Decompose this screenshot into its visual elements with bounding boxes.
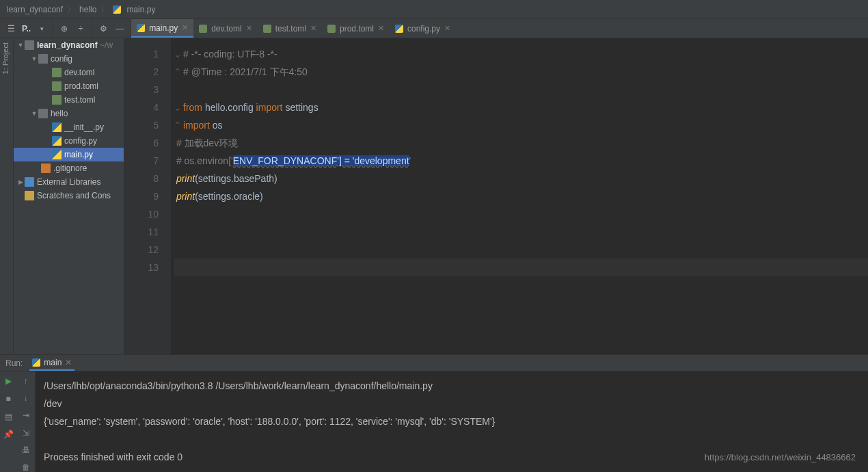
- main-area: 1: Project ▼learn_dynaconf ~/w ▼config d…: [0, 38, 868, 354]
- run-label: Run:: [5, 358, 23, 368]
- code-body[interactable]: ⌄# -*- coding: UTF-8 -*- ⌃# @Time : 2021…: [171, 38, 868, 354]
- tab-test-toml[interactable]: test.toml ✕: [258, 19, 322, 38]
- toml-file-icon: [263, 25, 271, 33]
- breadcrumb-mid[interactable]: hello: [79, 0, 96, 19]
- python-file-icon: [137, 24, 145, 32]
- breadcrumb-file[interactable]: main.py: [126, 0, 155, 19]
- tab-label: dev.toml: [211, 24, 241, 34]
- tree-folder-hello[interactable]: ▼hello: [14, 107, 124, 120]
- chevron-down-icon[interactable]: ▾: [36, 23, 47, 34]
- project-tool-window-tab[interactable]: 1: Project: [0, 38, 11, 78]
- tree-folder-config[interactable]: ▼config: [14, 52, 124, 66]
- tree-file-dev-toml[interactable]: dev.toml: [14, 66, 124, 79]
- run-header: Run: main ✕: [0, 355, 868, 371]
- chevron-right-icon: 〉: [100, 0, 109, 19]
- breadcrumb: learn_dynaconf 〉 hello 〉 main.py: [0, 0, 868, 19]
- project-selector-label[interactable]: P..: [22, 24, 31, 34]
- tree-scratches[interactable]: Scratches and Cons: [14, 189, 124, 202]
- toml-file-icon: [199, 25, 207, 33]
- gear-icon[interactable]: ⚙: [98, 23, 109, 34]
- python-file-icon: [113, 5, 121, 14]
- tab-label: main.py: [149, 23, 178, 33]
- scroll-icon[interactable]: ⇲: [21, 428, 31, 438]
- folder-icon: [38, 54, 48, 64]
- tab-label: prod.toml: [340, 24, 374, 34]
- close-icon[interactable]: ✕: [65, 358, 72, 367]
- python-file-icon: [52, 136, 62, 146]
- close-icon[interactable]: ✕: [182, 23, 188, 32]
- tab-prod-toml[interactable]: prod.toml ✕: [322, 19, 390, 38]
- tab-dev-toml[interactable]: dev.toml ✕: [193, 19, 257, 38]
- toml-file-icon: [52, 81, 62, 91]
- tab-config-py[interactable]: config.py ✕: [390, 19, 456, 38]
- stop-icon[interactable]: ■: [3, 393, 14, 404]
- watermark: https://blog.csdn.net/weixin_44836662: [705, 452, 856, 462]
- editor-tabs: main.py ✕ dev.toml ✕ test.toml ✕ prod.to…: [131, 19, 456, 38]
- tree-file-init-py[interactable]: __init__.py: [14, 120, 124, 134]
- wrap-icon[interactable]: ⇥: [21, 410, 31, 421]
- run-toolbar-left: ▶ ■ ▤ 📌: [0, 371, 16, 472]
- breadcrumb-root[interactable]: learn_dynaconf: [7, 0, 63, 19]
- python-file-icon: [52, 150, 62, 159]
- python-file-icon: [395, 25, 403, 33]
- up-icon[interactable]: ↑: [21, 376, 31, 386]
- close-icon[interactable]: ✕: [246, 24, 252, 33]
- code-editor[interactable]: 123 456 789 101112 13 ⌄# -*- coding: UTF…: [124, 38, 868, 354]
- library-icon: [25, 177, 34, 187]
- tab-main-py[interactable]: main.py ✕: [131, 19, 193, 38]
- python-file-icon: [32, 358, 40, 367]
- close-icon[interactable]: ✕: [444, 24, 450, 33]
- project-tree[interactable]: ▼learn_dynaconf ~/w ▼config dev.toml pro…: [14, 38, 124, 354]
- run-tab-label: main: [44, 358, 62, 367]
- tab-label: test.toml: [275, 24, 306, 34]
- run-tab-main[interactable]: main ✕: [29, 355, 74, 371]
- tree-file-prod-toml[interactable]: prod.toml: [14, 79, 124, 93]
- python-file-icon: [52, 122, 62, 132]
- scratch-icon: [25, 191, 34, 200]
- tree-file-main-py[interactable]: main.py: [14, 148, 124, 161]
- project-menu-icon[interactable]: ☰: [5, 23, 16, 34]
- target-icon[interactable]: ⊕: [59, 23, 70, 34]
- left-rail: 1: Project: [0, 38, 14, 354]
- divide-icon[interactable]: ÷: [75, 23, 86, 34]
- toml-file-icon: [52, 68, 62, 77]
- tree-file-config-py[interactable]: config.py: [14, 134, 124, 148]
- folder-icon: [38, 109, 48, 118]
- close-icon[interactable]: ✕: [310, 24, 316, 33]
- down-icon[interactable]: ↓: [21, 393, 31, 403]
- folder-icon: [25, 40, 34, 50]
- tree-root[interactable]: ▼learn_dynaconf ~/w: [14, 38, 124, 52]
- print-icon[interactable]: 🖶: [21, 445, 31, 455]
- run-toolbar-right: ↑ ↓ ⇥ ⇲ 🖶 🗑: [16, 371, 36, 472]
- rerun-icon[interactable]: ▶: [3, 376, 14, 386]
- toml-file-icon: [52, 95, 62, 105]
- close-icon[interactable]: ✕: [378, 24, 384, 33]
- tree-file-gitignore[interactable]: .gitignore: [14, 161, 124, 175]
- tree-external-libraries[interactable]: ▶External Libraries: [14, 175, 124, 189]
- toml-file-icon: [327, 25, 336, 33]
- line-number-gutter: 123 456 789 101112 13: [124, 38, 171, 354]
- toolbar: ☰ P.. ▾ ⊕ ÷ ⚙ — main.py ✕ dev.toml ✕ tes…: [0, 19, 868, 38]
- minimize-icon[interactable]: —: [114, 23, 125, 34]
- pin-icon[interactable]: 📌: [3, 429, 14, 440]
- tree-file-test-toml[interactable]: test.toml: [14, 93, 124, 107]
- trash-icon[interactable]: 🗑: [21, 462, 31, 472]
- tab-label: config.py: [407, 24, 440, 34]
- gitignore-file-icon: [41, 163, 51, 173]
- layout-icon[interactable]: ▤: [3, 411, 14, 422]
- chevron-right-icon: 〉: [67, 0, 75, 19]
